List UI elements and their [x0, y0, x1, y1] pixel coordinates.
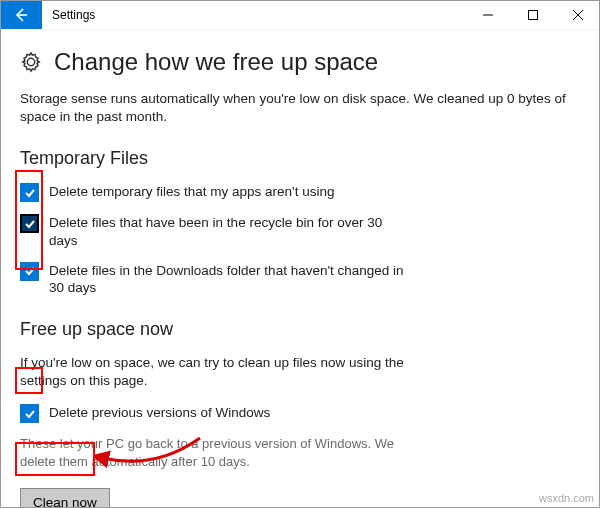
option-label: Delete files in the Downloads folder tha… [49, 262, 409, 297]
arrow-left-icon [13, 7, 29, 23]
option-delete-temp-files[interactable]: Delete temporary files that my apps aren… [20, 183, 580, 202]
clean-now-button[interactable]: Clean now [20, 488, 110, 508]
svg-line-3 [573, 10, 583, 20]
previous-windows-note: These let your PC go back to a previous … [20, 435, 420, 470]
titlebar: Settings [0, 0, 600, 30]
option-delete-previous-windows[interactable]: Delete previous versions of Windows [20, 404, 580, 423]
check-icon [24, 187, 36, 199]
section-temporary-files-title: Temporary Files [20, 148, 580, 169]
checkbox-delete-recycle-bin[interactable] [20, 214, 39, 233]
close-button[interactable] [555, 0, 600, 29]
option-delete-downloads[interactable]: Delete files in the Downloads folder tha… [20, 262, 580, 297]
page-header: Change how we free up space [20, 48, 580, 76]
check-icon [24, 218, 36, 230]
option-delete-recycle-bin[interactable]: Delete files that have been in the recyc… [20, 214, 580, 249]
section-free-up-now-title: Free up space now [20, 319, 580, 340]
svg-rect-2 [528, 10, 537, 19]
content-area: Change how we free up space Storage sens… [0, 30, 600, 508]
gear-icon [20, 51, 42, 73]
intro-text: Storage sense runs automatically when yo… [20, 90, 580, 126]
close-icon [573, 10, 583, 20]
back-button[interactable] [0, 0, 42, 29]
maximize-button[interactable] [510, 0, 555, 29]
watermark: wsxdn.com [539, 492, 594, 504]
option-label: Delete previous versions of Windows [49, 404, 270, 422]
option-label: Delete temporary files that my apps aren… [49, 183, 334, 201]
check-icon [24, 408, 36, 420]
checkbox-delete-previous-windows[interactable] [20, 404, 39, 423]
minimize-icon [483, 10, 493, 20]
page-title: Change how we free up space [54, 48, 378, 76]
option-label: Delete files that have been in the recyc… [49, 214, 409, 249]
checkbox-delete-downloads[interactable] [20, 262, 39, 281]
app-title: Settings [42, 0, 465, 29]
free-up-body-text: If you're low on space, we can try to cl… [20, 354, 420, 390]
minimize-button[interactable] [465, 0, 510, 29]
check-icon [24, 265, 36, 277]
svg-line-4 [573, 10, 583, 20]
checkbox-delete-temp-files[interactable] [20, 183, 39, 202]
maximize-icon [528, 10, 538, 20]
